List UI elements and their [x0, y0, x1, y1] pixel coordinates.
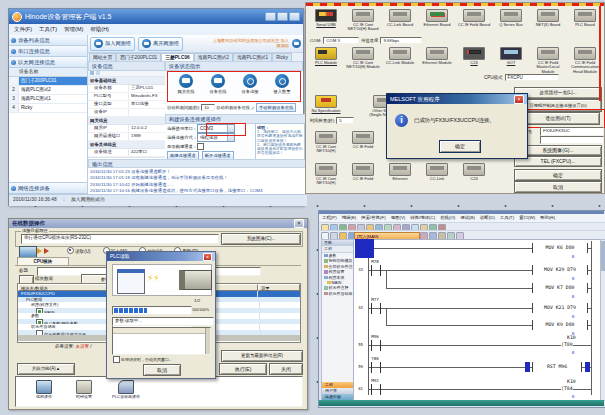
coroute-ethernet[interactable]: Ethernet: [382, 163, 418, 181]
contact[interactable]: [371, 362, 381, 373]
cpu-mode-field[interactable]: FXCPU: [505, 74, 559, 81]
maximize-button[interactable]: [277, 12, 288, 21]
nav-item[interactable]: 软元件存储器: [322, 291, 353, 296]
scrollbar-thumb[interactable]: [601, 241, 605, 271]
menu-compile[interactable]: 转换/编译(C): [410, 214, 435, 222]
coroute-cclink[interactable]: CC-Link: [419, 163, 455, 181]
check-icon[interactable]: ✓: [251, 105, 255, 111]
dialog-close-button[interactable]: 关闭: [269, 363, 303, 375]
instruction[interactable]: MOV K6 D80: [532, 243, 588, 253]
title-bar[interactable]: Hinode设备管理客户端 v1.5: [9, 9, 303, 24]
scrollbar[interactable]: [205, 328, 210, 354]
plcif-got[interactable]: GOT: [493, 47, 529, 65]
prop-row[interactable]: 网关IP12.0.0.2: [88, 125, 165, 133]
device-row[interactable]: 2海两PLC测试2: [9, 86, 87, 95]
contact[interactable]: [371, 265, 381, 276]
radio-read[interactable]: 读取(U): [67, 247, 91, 254]
autoclose-row[interactable]: 处理结束时，自动关闭窗口。: [113, 356, 173, 363]
pcif-cciefield-board[interactable]: CC IE Field Board: [456, 9, 492, 27]
instruction[interactable]: MOV K29 D79: [532, 265, 588, 275]
pcif-ethernet-board[interactable]: Ethernet Board: [419, 9, 455, 27]
pcif-serial-usb[interactable]: Serial USB: [308, 9, 344, 27]
menu-view[interactable]: 视图(V): [391, 214, 406, 222]
menu-project[interactable]: 工程(P): [322, 214, 337, 222]
system-image-button[interactable]: 系统图像(C)...: [221, 233, 301, 245]
close-button[interactable]: [289, 12, 300, 21]
cursor-cell[interactable]: [355, 239, 374, 258]
col-size[interactable]: 容量: [258, 284, 300, 291]
device-row[interactable]: 1西门子200PLC01: [9, 77, 87, 86]
mode-select[interactable]: 编程连接: [197, 133, 235, 142]
other-no-specification[interactable]: No Specification: [308, 95, 344, 113]
pcif-plc-board[interactable]: PLC Board: [567, 9, 603, 27]
prop-row[interactable]: 设备描述422串口: [88, 149, 165, 157]
leave-group-button[interactable]: 离开网测组: [138, 37, 183, 51]
menu-find[interactable]: 搜索/替换(F): [361, 214, 385, 222]
device-row[interactable]: 3海两PLC测试1: [9, 95, 87, 104]
plcif-cciefield-master[interactable]: CC IE Field Master/Local Module: [530, 47, 566, 74]
time-check-field[interactable]: 5: [336, 117, 354, 124]
menu-online[interactable]: 在线(O): [440, 214, 455, 222]
coroute-cciefield[interactable]: CC IE Field: [345, 163, 381, 181]
execute-button[interactable]: 执行(E): [219, 363, 267, 375]
plc-memory-operation[interactable]: PLC存储器操作: [106, 380, 146, 399]
contact[interactable]: [371, 340, 381, 351]
plcif-c24[interactable]: C24: [456, 47, 492, 65]
manual-check-button[interactable]: 手动检测设备在线: [256, 103, 296, 112]
progress-cancel-button[interactable]: 取消: [143, 364, 181, 376]
category-icon[interactable]: [96, 71, 100, 75]
contact[interactable]: [371, 303, 381, 314]
timer-coil[interactable]: (T80: [561, 342, 573, 347]
prop-row[interactable]: 网关请求端口1989: [88, 133, 165, 141]
prop-row[interactable]: PLC型号Mitsubishi-FX: [88, 93, 165, 101]
close-icon[interactable]: ×: [294, 219, 304, 228]
com-field[interactable]: COM 3: [323, 37, 359, 44]
sidebar-item-network-devices[interactable]: 网络连接设备: [9, 182, 87, 194]
instruction[interactable]: MOV K21 D79: [532, 303, 588, 313]
communication-test-button[interactable]: 通信测试(T): [516, 112, 600, 125]
close-icon[interactable]: ×: [514, 95, 524, 104]
menu-window[interactable]: 窗口(W): [519, 214, 535, 222]
prop-row[interactable]: 设备IP: [88, 109, 165, 117]
instruction[interactable]: MOV K9 D80: [532, 320, 588, 330]
pcif-net2-board[interactable]: NET(II) Board: [530, 9, 566, 27]
cancel-button[interactable]: 取消: [514, 181, 602, 193]
unchecked-checkbox[interactable]: [36, 330, 43, 336]
sidebar-item-device-list[interactable]: 设备列表信息: [9, 35, 87, 46]
menu-help[interactable]: 帮助(H): [540, 214, 555, 222]
menu-manage[interactable]: 管理(M): [64, 24, 83, 35]
instruction[interactable]: RST M96: [532, 362, 582, 372]
timer-coil[interactable]: (T84: [561, 386, 573, 391]
plcif-ccie-module[interactable]: CC IE Cont NET/10(H) Module: [345, 47, 381, 70]
prop-row[interactable]: 接口类型串口连接: [88, 101, 165, 109]
menu-tool[interactable]: 工具(T): [500, 214, 514, 222]
progress-list[interactable]: [112, 327, 211, 355]
instruction[interactable]: MOV K7 D80: [532, 283, 588, 293]
refresh-button[interactable]: 更新为最新的信息(R): [221, 350, 303, 362]
plcif-cciefield-head[interactable]: CC IE Field Communication Head Module: [567, 47, 603, 74]
coroute-c24[interactable]: C24: [456, 163, 492, 181]
contact[interactable]: [371, 384, 381, 395]
pcif-qbus[interactable]: Q Series Bus: [493, 9, 529, 27]
progress-title-bar[interactable]: PLC读取 ×: [107, 252, 215, 261]
menu-diagnostics[interactable]: 诊断(D): [480, 214, 495, 222]
sidebar-item-ethernet[interactable]: 以太网连接信息: [9, 57, 87, 68]
sidebar-item-serial[interactable]: 串口连接信息: [9, 46, 87, 57]
pcif-ccie-board[interactable]: CC IE Cont NET/10(H) Board: [345, 9, 381, 32]
autoclose-checkbox[interactable]: [113, 356, 120, 363]
plcif-ethernet-module[interactable]: Ethernet Module: [419, 47, 455, 65]
coroute-ccie[interactable]: CC IE Cont NET/10(H): [308, 163, 344, 186]
baud-field[interactable]: 9.6Kbps: [380, 37, 422, 44]
dialog-title-bar[interactable]: MELSOFT 应用程序 ×: [387, 94, 527, 104]
related-functions-button[interactable]: 关联功能(A)▲: [17, 363, 75, 375]
clock-setting[interactable]: 时钟设置: [66, 380, 102, 399]
plcif-cclink-module[interactable]: CC-Link Module: [382, 47, 418, 65]
sort-icon[interactable]: [90, 71, 94, 75]
menu-tools[interactable]: 工具(T): [39, 24, 57, 35]
close-icon[interactable]: ×: [203, 253, 212, 261]
plcif-plc-module[interactable]: PLC Module: [308, 47, 344, 65]
scrollbar[interactable]: [600, 239, 605, 401]
menu-edit[interactable]: 编辑(E): [342, 214, 357, 222]
menu-file[interactable]: 文件(F): [14, 24, 32, 35]
ok-button[interactable]: 确定: [514, 169, 602, 181]
